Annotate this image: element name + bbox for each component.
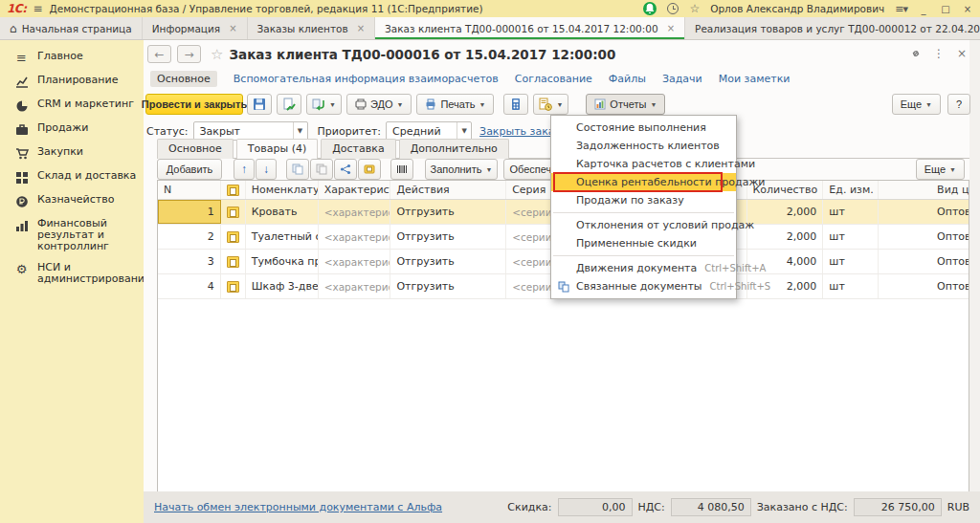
nomenclature-cell[interactable]: Тумбочка прикроватная xyxy=(246,250,319,273)
row-number-cell[interactable]: 3 xyxy=(158,250,221,273)
nomenclature-cell[interactable]: Кровать xyxy=(246,200,319,224)
close-tab-icon[interactable]: × xyxy=(667,23,675,33)
qty-cell[interactable]: 2,000 xyxy=(747,225,824,249)
calculator-button[interactable] xyxy=(503,94,528,115)
move-down-button[interactable]: ↓ xyxy=(256,159,277,180)
price-type-cell[interactable]: Оптовая xyxy=(931,225,969,249)
action-cell[interactable]: Отгрузить xyxy=(390,274,506,298)
col-nomenclature[interactable]: Номенклатура xyxy=(246,181,319,199)
edi-exchange-link[interactable]: Начать обмен электронными документами с … xyxy=(154,501,442,513)
tab-delivery[interactable]: Доставка xyxy=(321,139,395,159)
col-characteristic[interactable]: Характеристика xyxy=(319,181,391,199)
back-button[interactable]: ← xyxy=(147,45,171,63)
sidebar-item-purchases[interactable]: Закупки xyxy=(0,142,144,165)
nomenclature-cell[interactable]: Туалетный столик xyxy=(246,225,319,249)
close-window-button[interactable]: × xyxy=(962,4,973,14)
edo-button[interactable]: ЭДО ▼ xyxy=(346,94,412,115)
close-order-link[interactable]: Закрыть заказ xyxy=(479,125,560,138)
nav-link-files[interactable]: Файлы xyxy=(609,73,646,85)
col-unit[interactable]: Ед. изм. xyxy=(823,181,879,199)
tab-additional[interactable]: Дополнительно xyxy=(399,139,509,159)
nav-link-tasks[interactable]: Задачи xyxy=(662,73,702,85)
notifications-icon[interactable] xyxy=(643,2,657,15)
fill-button[interactable]: Заполнить ▼ xyxy=(425,159,498,180)
characteristic-cell[interactable]: <характеристики ... xyxy=(319,274,391,298)
row-number-cell[interactable]: 4 xyxy=(158,274,221,298)
nomenclature-cell[interactable]: Шкаф 3-дверный xyxy=(246,274,319,298)
action-cell[interactable]: Отгрузить xyxy=(390,250,506,273)
main-menu-icon[interactable]: ≡ xyxy=(33,3,42,14)
menu-item-execution-state[interactable]: Состояние выполнения xyxy=(551,119,736,137)
col-actions[interactable]: Действия xyxy=(390,181,506,199)
maximize-button[interactable]: □ xyxy=(940,4,951,14)
nav-link-settlements-info[interactable]: Вспомогательная информация взаиморасчето… xyxy=(234,73,499,85)
tab-sales-doc-012[interactable]: Реализация товаров и услуг ТД00-000012 о… xyxy=(685,17,980,39)
chevron-down-icon[interactable]: ▼ xyxy=(293,122,307,140)
document-journal-button[interactable]: ▼ xyxy=(533,94,568,115)
tab-main[interactable]: Основное xyxy=(157,139,234,159)
unit-cell[interactable]: шт xyxy=(823,200,879,224)
forward-button[interactable]: → xyxy=(177,45,201,63)
favorites-star-icon[interactable]: ☆ xyxy=(689,2,700,15)
characteristic-cell[interactable]: <характеристики ... xyxy=(319,225,391,249)
copy-row-button[interactable] xyxy=(286,159,309,180)
tab-customer-order-016[interactable]: Заказ клиента ТД00-000016 от 15.04.2017 … xyxy=(375,17,685,39)
characteristic-cell[interactable]: <характеристики ... xyxy=(319,250,391,273)
more-vertical-icon[interactable]: ⋮ xyxy=(933,47,945,60)
price-type-cell[interactable]: Оптовая xyxy=(931,250,969,273)
tab-goods[interactable]: Товары (4) xyxy=(236,139,318,160)
post-document-button[interactable] xyxy=(277,94,301,115)
menu-item-customer-debt[interactable]: Задолженность клиентов xyxy=(551,137,736,155)
nav-link-my-notes[interactable]: Мои заметки xyxy=(719,73,791,85)
add-to-favorites-star-icon[interactable]: ☆ xyxy=(211,46,223,63)
unit-cell[interactable]: шт xyxy=(823,274,879,298)
action-cell[interactable]: Отгрузить xyxy=(390,225,506,249)
nav-link-approval[interactable]: Согласование xyxy=(515,73,592,85)
history-icon[interactable] xyxy=(667,3,679,14)
current-user-name[interactable]: Орлов Александр Владимирович xyxy=(710,3,884,14)
status-combobox[interactable]: Закрыт ▼ xyxy=(193,121,308,141)
duplicate-row-button[interactable] xyxy=(310,159,333,180)
col-icon[interactable] xyxy=(221,181,246,199)
menu-item-applied-discounts[interactable]: Примененные скидки xyxy=(551,234,736,252)
sidebar-item-treasury[interactable]: Казначейство xyxy=(0,189,144,213)
price-type-cell[interactable]: Оптовая xyxy=(931,274,969,298)
menu-item-settlement-card[interactable]: Карточка расчетов с клиентами xyxy=(551,155,736,173)
print-button[interactable]: Печать ▼ xyxy=(416,94,494,115)
priority-combobox[interactable]: Средний ▼ xyxy=(386,121,472,141)
sidebar-item-main[interactable]: ≡ Главное xyxy=(0,46,144,70)
close-tab-icon[interactable]: × xyxy=(357,23,365,33)
characteristic-cell[interactable]: <характеристики ... xyxy=(319,200,391,224)
qty-cell[interactable]: 2,000 xyxy=(747,200,824,224)
create-based-on-button[interactable]: ▼ xyxy=(306,94,342,115)
table-more-button[interactable]: Еще ▼ xyxy=(916,159,965,180)
tab-customer-orders[interactable]: Заказы клиентов × xyxy=(248,17,375,39)
unit-cell[interactable]: шт xyxy=(823,225,879,249)
tab-home[interactable]: ⌂ Начальная страница xyxy=(0,17,143,39)
menu-item-sales-profitability[interactable]: Оценка рентабельности продажи xyxy=(551,173,736,191)
sidebar-item-crm[interactable]: CRM и маркетинг xyxy=(0,94,144,118)
sidebar-item-warehouse[interactable]: Склад и доставка xyxy=(0,165,144,189)
sidebar-item-admin[interactable]: ⚙ НСИ и администрирование xyxy=(0,257,144,290)
post-and-close-button[interactable]: Провести и закрыть xyxy=(145,94,243,115)
share-rows-button[interactable] xyxy=(334,159,357,180)
goods-selection-button[interactable] xyxy=(358,159,381,180)
sidebar-item-planning[interactable]: Планирование xyxy=(0,70,144,94)
action-cell[interactable]: Отгрузить xyxy=(390,200,506,224)
close-tab-icon[interactable]: × xyxy=(229,23,236,33)
chevron-down-icon[interactable]: ▼ xyxy=(457,122,471,140)
save-button[interactable] xyxy=(247,94,272,115)
sidebar-item-sales[interactable]: Продажи xyxy=(0,118,144,142)
help-button[interactable]: ? xyxy=(947,94,970,115)
add-row-button[interactable]: Добавить xyxy=(157,159,222,180)
barcode-scan-button[interactable] xyxy=(390,159,413,180)
move-up-button[interactable]: ↑ xyxy=(234,159,255,180)
service-menu-icon[interactable]: ≡▾ xyxy=(895,3,907,15)
minimize-button[interactable]: _ xyxy=(918,4,929,14)
sidebar-item-finance[interactable]: Финансовый результат и контроллинг xyxy=(0,213,144,257)
menu-item-document-movements[interactable]: Движения документа Ctrl+Shift+A xyxy=(551,259,736,277)
get-link-icon[interactable] xyxy=(909,48,921,59)
col-n[interactable]: N xyxy=(158,181,221,199)
nav-link-main[interactable]: Основное xyxy=(150,71,217,87)
more-button[interactable]: Еще ▼ xyxy=(892,94,941,115)
